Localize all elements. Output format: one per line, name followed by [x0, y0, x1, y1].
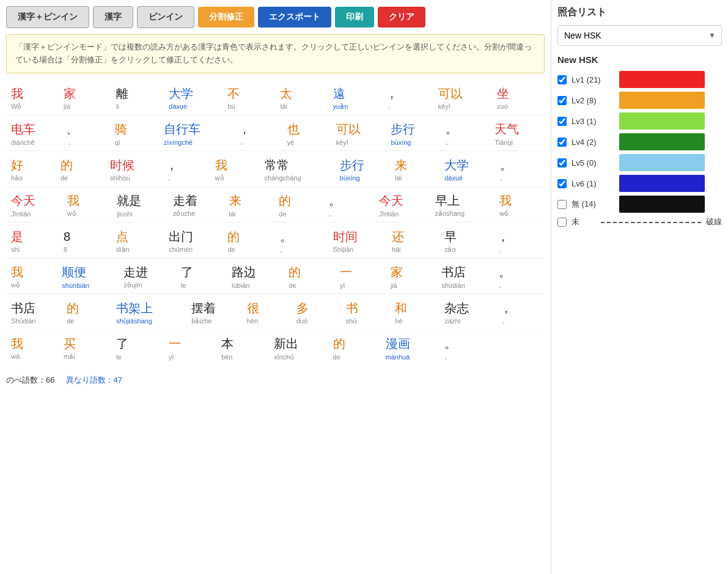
pinyin-cell: li: [111, 102, 164, 115]
level-color-lv2: [619, 92, 705, 109]
sentence-pinyin-row-1: diànchē，qizìxíngchē，yěkěyībùxíng。Tiānqì: [6, 138, 545, 150]
kanji-cell: 和: [390, 296, 439, 317]
level-label-lv1: Lv1 (21): [572, 75, 614, 84]
kanji-cell: 8: [59, 225, 111, 245]
kanji-cell: 的: [274, 189, 324, 209]
unmatched-checkbox[interactable]: [557, 218, 567, 227]
kanji-cell[interactable]: 步行: [386, 117, 441, 138]
btn-split-fix[interactable]: 分割修正: [198, 7, 254, 28]
pinyin-cell: yě: [282, 138, 331, 150]
checkbox-lv6[interactable]: [557, 179, 567, 188]
pinyin-cell: de: [56, 174, 105, 186]
kanji-cell: 。: [324, 189, 374, 209]
checkbox-lv1[interactable]: [557, 75, 567, 84]
pinyin-cell: 8: [59, 245, 111, 258]
pinyin-cell: 。: [441, 138, 490, 150]
btn-kanji-pinyin[interactable]: 漢字＋ピンイン: [6, 6, 89, 28]
kanji-cell: 家: [386, 260, 436, 281]
kanji-cell: 还: [387, 225, 439, 245]
sentence-pinyin-row-5: wǒshùnbiànzǒujìnlelùbiāndeyījiāshūdiàn。: [6, 281, 545, 293]
pinyin-cell: de: [222, 245, 275, 258]
hsk-group-label: New HSK: [557, 54, 722, 65]
sidebar: 照合リスト New HSKOld HSK ▼ New HSK Lv1 (21)L…: [551, 0, 728, 574]
pinyin-cell: Tiānqì: [490, 138, 545, 150]
kanji-cell: 、: [61, 117, 110, 138]
kanji-cell[interactable]: 大学: [164, 82, 222, 102]
kanji-cell: 本: [216, 332, 269, 352]
kanji-cell: 太: [275, 82, 328, 102]
unmatched-text: 破線: [706, 216, 722, 227]
checkbox-lv3[interactable]: [557, 117, 567, 126]
btn-clear[interactable]: クリア: [378, 7, 425, 28]
kanji-cell: 很: [242, 296, 292, 317]
hsk-select-wrapper: New HSKOld HSK ▼: [557, 25, 722, 46]
kanji-cell: 可以: [433, 82, 492, 102]
pinyin-cell: kěyī: [433, 102, 492, 115]
level-color-lv1: [619, 71, 705, 88]
pinyin-cell: 。: [275, 245, 328, 258]
kanji-cell[interactable]: 大学: [439, 153, 495, 174]
pinyin-cell: mànhuà: [381, 352, 439, 365]
pinyin-cell: jiā: [59, 102, 111, 115]
pinyin-cell: hǎo: [6, 174, 56, 186]
pinyin-cell: diànchē: [6, 138, 61, 150]
kanji-cell[interactable]: 顺便: [57, 260, 119, 281]
sentence-kanji-row-3: 今天我就是走着来的。今天早上我: [6, 189, 545, 209]
kanji-cell[interactable]: 遠: [328, 82, 381, 102]
hsk-select[interactable]: New HSKOld HSK: [557, 25, 722, 46]
checkbox-lv4[interactable]: [557, 138, 567, 147]
pinyin-cell: le: [176, 281, 227, 293]
kanji-cell: 。: [439, 332, 492, 352]
pinyin-cell: bùxíng: [386, 138, 441, 150]
kanji-cell: 好: [6, 153, 56, 174]
pinyin-cell: xīnchū: [269, 352, 328, 365]
unique-words[interactable]: 異なり語数：47: [66, 375, 122, 385]
pinyin-cell: bù: [222, 102, 275, 115]
kanji-cell: 新出: [269, 332, 328, 352]
btn-export[interactable]: エクスポート: [258, 7, 331, 28]
pinyin-cell: bùxíng: [335, 174, 391, 186]
kanji-cell: 早: [439, 225, 492, 245]
level-label-lv6: Lv6 (1): [572, 179, 614, 188]
pinyin-cell: Shíjiān: [328, 245, 387, 258]
level-row-nolv: 無 (14): [557, 196, 722, 213]
kanji-cell: 今天: [6, 189, 62, 209]
footer: のべ語数：66 異なり語数：47: [6, 375, 545, 386]
sentence-kanji-row-4: 是8点出门的。时间还早，: [6, 225, 545, 245]
kanji-cell[interactable]: 步行: [335, 153, 391, 174]
sentence-kanji-row-6: 书店的书架上摆着很多书和杂志，: [6, 296, 545, 317]
checkbox-lv2[interactable]: [557, 96, 567, 105]
pinyin-cell: hái: [387, 245, 439, 258]
unmatched-row: 未 破線: [557, 216, 722, 227]
level-label-lv2: Lv2 (8): [572, 96, 614, 105]
kanji-cell[interactable]: 书架上: [111, 296, 186, 317]
btn-pinyin[interactable]: ピンイン: [137, 6, 194, 28]
kanji-cell: 一: [335, 260, 386, 281]
kanji-cell: 我: [6, 332, 59, 352]
kanji-cell: 了: [176, 260, 227, 281]
kanji-cell: 不: [222, 82, 275, 102]
pinyin-cell: tài: [275, 102, 328, 115]
pinyin-cell: mǎi: [59, 352, 111, 365]
kanji-cell[interactable]: 漫画: [381, 332, 439, 352]
btn-kanji[interactable]: 漢字: [93, 6, 133, 28]
kanji-cell: 常常: [260, 153, 335, 174]
pinyin-cell: shíhòu: [105, 174, 161, 186]
kanji-cell: ，: [495, 296, 545, 317]
btn-print[interactable]: 印刷: [335, 7, 374, 28]
pinyin-cell: de: [328, 352, 381, 365]
kanji-cell: ，: [233, 117, 282, 138]
pinyin-cell: zázhì: [439, 317, 495, 329]
kanji-cell: 。: [494, 260, 545, 281]
sentence-pinyin-row-6: Shūdiàndeshūjiàshangbǎizhehěnduōshūhézáz…: [6, 317, 545, 329]
sentence-pinyin-row-7: wǒmǎileyīběnxīnchūdemànhuà。: [6, 352, 545, 365]
pinyin-cell: [492, 352, 545, 365]
pinyin-cell: de: [62, 317, 111, 329]
kanji-cell[interactable]: 自行车: [159, 117, 233, 138]
pinyin-cell: 。: [494, 281, 545, 293]
checkbox-lv5[interactable]: [557, 158, 567, 167]
pinyin-cell: ，: [492, 245, 545, 258]
kanji-cell: 的: [56, 153, 105, 174]
checkbox-nolv[interactable]: [557, 200, 567, 209]
pinyin-cell: shùnbiàn: [57, 281, 119, 293]
